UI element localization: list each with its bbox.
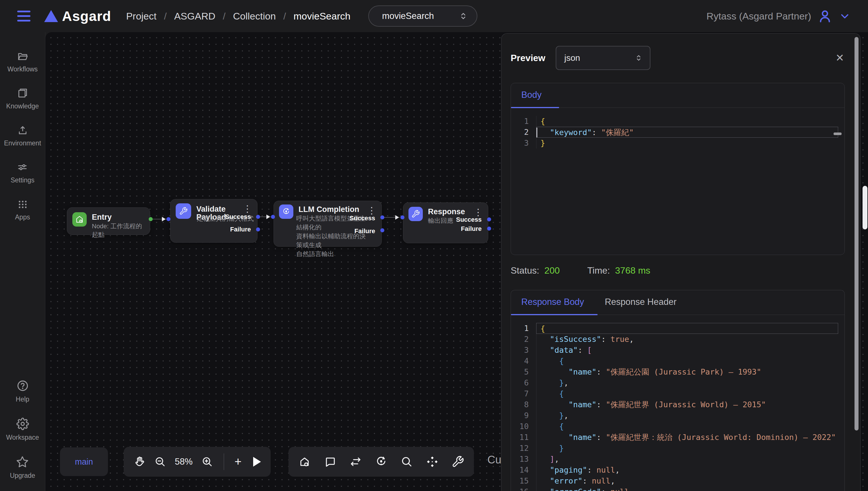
code-token: } (559, 378, 564, 387)
code-token: } (559, 444, 564, 453)
code-token: , (611, 476, 615, 485)
code-line[interactable]: 11 "name": "侏羅紀世界：統治 (Jurassic World: Do… (511, 432, 844, 443)
code-line[interactable]: 3} (511, 138, 844, 149)
code-line[interactable]: 3 "data": [ (511, 345, 844, 356)
sidebar-item-workflows[interactable]: Workflows (7, 51, 38, 73)
code-line[interactable]: 15 "error": null, (511, 475, 844, 486)
llm-tool-icon[interactable] (375, 456, 387, 468)
tab-response-body[interactable]: Response Body (511, 297, 594, 315)
wrench-node-icon (408, 207, 423, 221)
node-validate-payload[interactable]: Validate Payload ⋮ 定義工具的輸入格式 Success Fai… (170, 199, 257, 242)
code-line[interactable]: 2 "keyword": "侏羅紀" (511, 127, 844, 138)
code-line[interactable]: 4 { (511, 356, 844, 367)
select-chevrons-icon (458, 11, 468, 21)
code-line[interactable]: 9 }, (511, 410, 844, 421)
breadcrumb-moviesearch[interactable]: movieSearch (293, 10, 350, 22)
breadcrumb-asgard[interactable]: ASGARD (174, 10, 216, 22)
workflow-selector[interactable]: movieSearch (368, 5, 477, 27)
code-token: } (541, 139, 545, 147)
breadcrumb-project[interactable]: Project (126, 10, 157, 22)
validate-failure-port[interactable] (256, 227, 260, 231)
window-scrollbar-thumb[interactable] (863, 186, 867, 229)
code-token: "name" (569, 433, 597, 442)
validate-input-port[interactable] (166, 217, 170, 221)
line-number: 14 (511, 465, 529, 475)
request-body-editor[interactable]: 1{2 "keyword": "侏羅紀"3} (511, 108, 844, 149)
sidebar-item-workspace[interactable]: Workspace (6, 417, 39, 441)
tab-response-header[interactable]: Response Header (594, 297, 687, 315)
line-content: } (536, 443, 838, 454)
code-token: "侏羅紀世界 (Jurassic World) – 2015" (606, 400, 766, 409)
pan-hand-icon[interactable] (133, 456, 145, 468)
code-line[interactable]: 1{ (511, 323, 844, 334)
response-success-port[interactable] (487, 218, 491, 222)
swap-connections-icon[interactable] (349, 456, 362, 468)
app-logo-text: Asgard (62, 8, 111, 24)
branch-button[interactable]: main (60, 447, 108, 476)
code-token: [ (587, 346, 592, 354)
node-response[interactable]: Response 輸出回應 ⋮ Success Failure (403, 202, 488, 243)
user-menu-chevron-icon[interactable] (839, 10, 851, 22)
node-entry[interactable]: Entry Node: 工作流程的起點 (67, 207, 150, 235)
code-line[interactable]: 6 }, (511, 377, 844, 388)
code-line[interactable]: 8 "name": "侏羅紀世界 (Jurassic World) – 2015… (511, 399, 844, 410)
code-line[interactable]: 7 { (511, 388, 844, 399)
line-number: 6 (511, 377, 529, 388)
code-line[interactable]: 14 "paging": null, (511, 465, 844, 475)
zoom-in-icon[interactable] (201, 456, 213, 468)
format-selector[interactable]: json (556, 46, 650, 70)
node-llm-completion[interactable]: LLM Completion ⋮ 呼叫大型語言模型並產生結構化的 資料輸出以輔助… (274, 201, 382, 247)
sidebar-item-help[interactable]: Help (16, 379, 29, 403)
entry-output-port[interactable] (149, 217, 153, 221)
request-body-card: Body 1{2 "keyword": "侏羅紀"3} (511, 83, 845, 255)
sidebar-item-apps[interactable]: Apps (15, 199, 30, 221)
code-line[interactable]: 10 { (511, 421, 844, 432)
entry-node-tool-icon[interactable] (298, 456, 311, 468)
response-body-editor[interactable]: 1{2 "isSuccess": true,3 "data": [4 {5 "n… (511, 315, 844, 491)
line-content: "error": null, (536, 475, 838, 486)
user-avatar-icon[interactable] (817, 9, 833, 24)
run-workflow-button[interactable] (253, 457, 261, 467)
search-tool-icon[interactable] (400, 456, 413, 468)
llm-failure-port[interactable] (380, 228, 384, 232)
validate-success-port[interactable] (256, 215, 260, 219)
tab-body[interactable]: Body (511, 90, 552, 108)
llm-input-port[interactable] (271, 215, 275, 219)
menu-icon[interactable] (17, 10, 30, 22)
sidebar-item-settings[interactable]: Settings (10, 162, 34, 184)
code-line[interactable]: 5 "name": "侏羅紀公園 (Jurassic Park) – 1993" (511, 367, 844, 377)
response-tabs: Response Body Response Header (511, 290, 844, 315)
code-line[interactable]: 16 "errorCode": null (511, 486, 844, 491)
editor-scroll-marker[interactable] (834, 133, 842, 135)
wrench-tool-icon[interactable] (452, 456, 464, 468)
panel-scrollbar[interactable] (855, 37, 859, 431)
sidebar-item-upgrade[interactable]: Upgrade (10, 456, 35, 480)
sidebar-item-label: Apps (15, 213, 30, 221)
node-title: LLM Completion (299, 206, 359, 213)
code-line[interactable]: 2 "isSuccess": true, (511, 334, 844, 345)
line-content: { (536, 116, 838, 127)
toolbar-divider (224, 454, 224, 470)
code-line[interactable]: 13 ], (511, 454, 844, 465)
code-token: "name" (569, 367, 597, 376)
breadcrumb-collection[interactable]: Collection (233, 10, 276, 22)
node-menu-icon[interactable]: ⋮ (243, 203, 252, 214)
sidebar-item-knowledge[interactable]: Knowledge (6, 87, 39, 110)
add-node-button[interactable]: + (235, 456, 242, 468)
response-failure-port[interactable] (487, 227, 491, 231)
close-icon[interactable]: ✕ (836, 52, 844, 64)
line-content: "paging": null, (536, 465, 838, 475)
llm-success-port[interactable] (380, 215, 384, 220)
align-diamond-icon[interactable] (426, 456, 439, 468)
response-input-port[interactable] (400, 215, 404, 220)
code-line[interactable]: 12 } (511, 443, 844, 454)
code-line[interactable]: 1{ (511, 116, 844, 127)
sidebar-item-environment[interactable]: Environment (4, 124, 41, 147)
zoom-out-icon[interactable] (154, 456, 166, 468)
code-token: true (611, 335, 629, 344)
code-token: } (559, 411, 564, 420)
line-content: { (536, 388, 838, 399)
line-content: ], (536, 454, 838, 465)
comment-tool-icon[interactable] (324, 456, 336, 468)
code-token: null (611, 487, 629, 491)
